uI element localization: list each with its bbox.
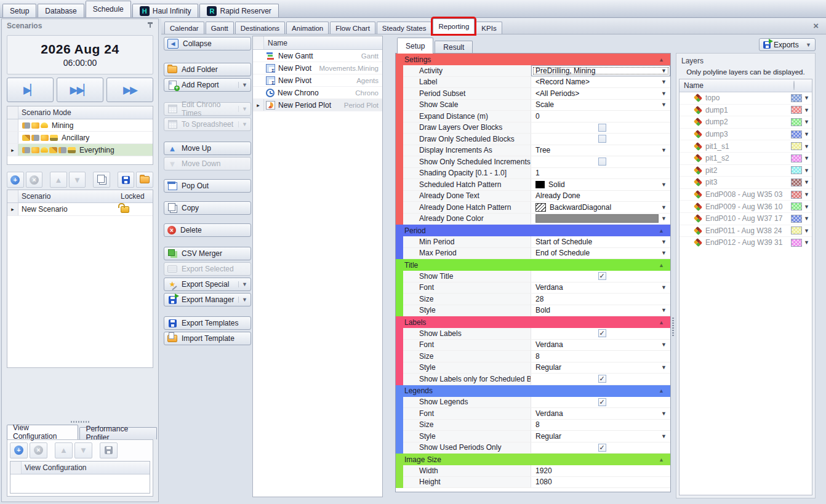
image-height-input[interactable]: 1080 bbox=[531, 477, 670, 488]
scheduled-hatch-dropdown[interactable]: Solid▼ bbox=[531, 179, 670, 190]
move-up-button[interactable]: ▲ bbox=[50, 172, 67, 188]
layer-row-endp009[interactable]: EndP009 - Aug W36 10▼ bbox=[680, 201, 812, 213]
layer-row-pit1-s1[interactable]: pit1_s1▼ bbox=[680, 140, 812, 153]
tab-gantt[interactable]: Gantt bbox=[206, 22, 234, 34]
column-view-configuration[interactable]: View Configuration bbox=[22, 463, 87, 472]
add-view-button[interactable]: + bbox=[10, 442, 28, 458]
skip-to-end-button[interactable]: ▶▶▏ bbox=[57, 78, 103, 102]
export-manager-button[interactable]: Export Manager▼ bbox=[164, 293, 251, 306]
checkbox-checked[interactable]: ✓ bbox=[598, 375, 606, 383]
layer-row-pit2[interactable]: pit2▼ bbox=[680, 165, 812, 177]
labels-size-input[interactable]: 8 bbox=[531, 351, 670, 362]
section-header-settings[interactable]: Settings▲ bbox=[396, 54, 670, 65]
layer-row-endp011[interactable]: EndP011 - Aug W38 24▼ bbox=[680, 225, 812, 238]
report-row[interactable]: New Gantt Gantt bbox=[253, 50, 382, 62]
delete-view-button[interactable]: × bbox=[30, 442, 47, 458]
checkbox-unchecked[interactable] bbox=[598, 135, 606, 143]
labels-font-dropdown[interactable]: Verdana▼ bbox=[531, 340, 670, 351]
layer-row-endp008[interactable]: EndP008 - Aug W35 03▼ bbox=[680, 189, 812, 201]
expand-distance-input[interactable]: 0 bbox=[531, 111, 670, 122]
copy-scenario-button[interactable] bbox=[93, 172, 110, 188]
section-header-labels[interactable]: Labels▲ bbox=[396, 316, 670, 328]
report-row[interactable]: New Pivot Movements.Mining bbox=[253, 62, 382, 74]
column-name[interactable]: Name bbox=[264, 39, 287, 47]
to-spreadsheet-button[interactable]: To Spreadsheet▼ bbox=[164, 118, 251, 131]
report-row-selected[interactable]: ▸ New Period Plot Period Plot bbox=[253, 99, 382, 111]
chevron-down-icon[interactable]: ▼ bbox=[802, 239, 812, 246]
report-row[interactable]: New Pivot Agents bbox=[253, 74, 382, 87]
open-scenario-button[interactable] bbox=[136, 172, 153, 188]
chevron-down-icon[interactable]: ▼ bbox=[802, 95, 812, 101]
layer-color-swatch[interactable] bbox=[791, 118, 802, 126]
layer-color-swatch[interactable] bbox=[791, 226, 802, 234]
max-period-dropdown[interactable]: End of Schedule▼ bbox=[531, 248, 670, 259]
layer-color-swatch[interactable] bbox=[791, 94, 802, 102]
delete-button[interactable]: ×Delete bbox=[164, 223, 251, 237]
pop-out-button[interactable]: Pop Out bbox=[164, 179, 251, 193]
labels-style-dropdown[interactable]: Regular▼ bbox=[531, 362, 670, 374]
period-subset-dropdown[interactable]: <All Periods>▼ bbox=[531, 88, 670, 99]
checkbox-unchecked[interactable] bbox=[598, 158, 606, 166]
already-done-hatch-dropdown[interactable]: BackwardDiagonal▼ bbox=[531, 202, 670, 213]
save-view-button[interactable] bbox=[100, 442, 118, 458]
move-down-button[interactable]: ▼Move Down bbox=[164, 157, 251, 170]
chevron-down-icon[interactable]: ▼ bbox=[802, 107, 812, 113]
chevron-down-icon[interactable]: ▼ bbox=[802, 131, 812, 137]
column-locked[interactable]: Locked bbox=[121, 192, 153, 201]
scenario-mode-row-ancillary[interactable]: Ancillary bbox=[7, 132, 153, 144]
tab-calendar[interactable]: Calendar bbox=[164, 22, 204, 34]
layer-row-pit3[interactable]: pit3▼ bbox=[680, 177, 812, 189]
copy-button[interactable]: Copy bbox=[164, 201, 251, 215]
legends-font-dropdown[interactable]: Verdana▼ bbox=[531, 408, 670, 419]
tab-flow-chart[interactable]: Flow Chart bbox=[330, 22, 375, 34]
tab-reporting[interactable]: Reporting bbox=[433, 18, 475, 34]
tab-setup-report[interactable]: Setup bbox=[397, 38, 433, 54]
collapse-button[interactable]: ◀Collapse bbox=[164, 37, 251, 50]
chevron-down-icon[interactable]: ▼ bbox=[802, 119, 812, 125]
chevron-down-icon[interactable]: ▼ bbox=[802, 228, 812, 234]
layer-color-swatch[interactable] bbox=[791, 154, 802, 162]
layer-row-dump2[interactable]: dump2▼ bbox=[680, 116, 812, 129]
add-scenario-button[interactable]: + bbox=[7, 172, 24, 188]
title-size-input[interactable]: 28 bbox=[531, 294, 670, 305]
edit-chrono-times-button[interactable]: Edit Chrono Times▼ bbox=[164, 102, 251, 116]
move-down-button[interactable]: ▼ bbox=[69, 172, 86, 188]
tab-steady-states[interactable]: Steady States bbox=[377, 22, 432, 34]
layer-color-swatch[interactable] bbox=[791, 142, 802, 150]
chevron-down-icon[interactable]: ▼ bbox=[802, 179, 812, 185]
already-done-color-dropdown[interactable]: ▼ bbox=[531, 214, 670, 225]
chevron-down-icon[interactable]: ▼ bbox=[802, 215, 812, 222]
layer-row-endp010[interactable]: EndP010 - Aug W37 17▼ bbox=[680, 213, 812, 225]
export-selected-button[interactable]: Export Selected bbox=[164, 262, 251, 276]
display-increments-dropdown[interactable]: Tree▼ bbox=[531, 145, 670, 156]
chevron-down-icon[interactable]: ▼ bbox=[802, 204, 812, 210]
delete-scenario-button[interactable]: × bbox=[26, 172, 43, 188]
tab-kpis[interactable]: KPIs bbox=[476, 22, 502, 34]
label-dropdown[interactable]: <Record Name>▼ bbox=[531, 77, 670, 88]
add-report-button[interactable]: Add Report▼ bbox=[164, 78, 251, 92]
layer-row-dump3[interactable]: dump3▼ bbox=[680, 129, 812, 141]
scenario-row[interactable]: ▸ New Scenario bbox=[7, 203, 153, 216]
step-forward-button[interactable]: ▶▏ bbox=[7, 78, 54, 102]
import-template-button[interactable]: Import Template bbox=[164, 332, 251, 345]
column-name[interactable]: Name bbox=[680, 81, 793, 90]
checkbox-unchecked[interactable] bbox=[598, 124, 606, 132]
image-width-input[interactable]: 1920 bbox=[531, 465, 670, 476]
unlocked-padlock-icon[interactable] bbox=[121, 206, 129, 213]
tab-view-configuration[interactable]: View Configuration bbox=[7, 425, 78, 439]
report-row[interactable]: New Chrono Chrono bbox=[253, 87, 382, 99]
section-header-title[interactable]: Title▲ bbox=[396, 259, 670, 271]
section-header-image-size[interactable]: Image Size▲ bbox=[396, 454, 670, 465]
layer-color-swatch[interactable] bbox=[791, 106, 802, 114]
layer-color-swatch[interactable] bbox=[791, 166, 802, 174]
layer-row-topo[interactable]: topo▼ bbox=[680, 92, 812, 105]
tab-haul-infinity[interactable]: H Haul Infinity bbox=[132, 4, 199, 17]
section-header-period[interactable]: Period▲ bbox=[396, 225, 670, 236]
activity-dropdown[interactable]: PreDrilling, Mining▼ bbox=[531, 65, 670, 76]
column-scenario[interactable]: Scenario bbox=[18, 192, 121, 201]
legends-style-dropdown[interactable]: Regular▼ bbox=[531, 431, 670, 442]
tab-schedule[interactable]: Schedule bbox=[86, 1, 131, 17]
layer-row-dump1[interactable]: dump1▼ bbox=[680, 105, 812, 117]
tab-animation[interactable]: Animation bbox=[286, 22, 329, 34]
section-header-legends[interactable]: Legends▲ bbox=[396, 385, 670, 397]
